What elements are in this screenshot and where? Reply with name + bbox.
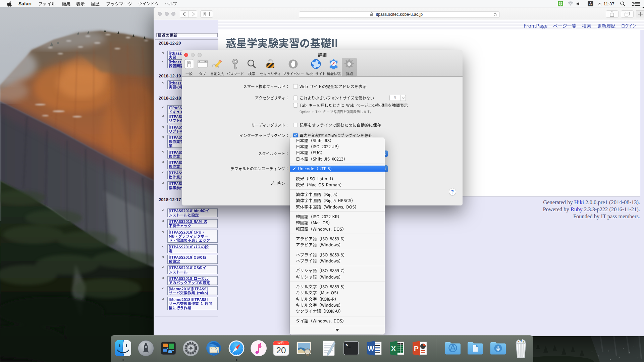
svg-text:>_: >_ <box>345 343 351 348</box>
svg-text:P: P <box>414 345 419 352</box>
svg-text:W: W <box>368 345 374 352</box>
svg-text:20: 20 <box>276 345 286 355</box>
svg-text:X: X <box>391 345 396 352</box>
svg-text:12: 12 <box>277 341 281 345</box>
